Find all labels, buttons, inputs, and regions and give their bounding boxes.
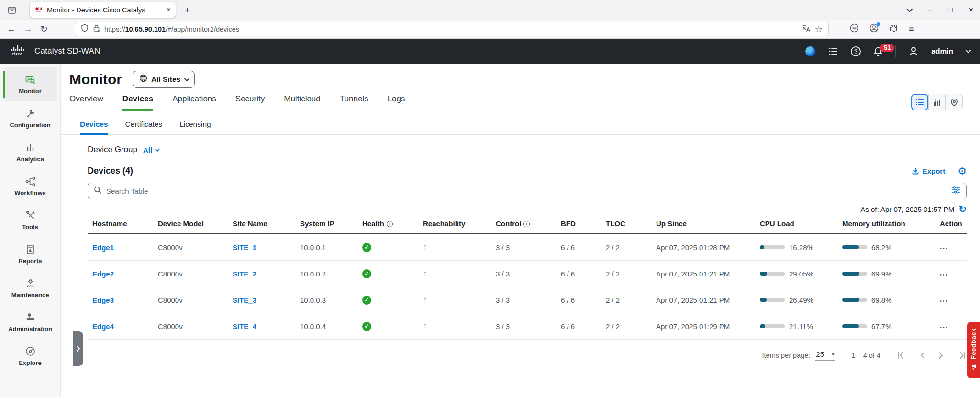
bookmark-star-icon[interactable]: ☆ [815, 24, 823, 34]
sidebar-item-label: Maintenance [11, 291, 49, 298]
hostname-link[interactable]: Edge1 [92, 243, 114, 252]
sidebar-item-configuration[interactable]: Configuration [3, 101, 57, 135]
sidebar-item-reports[interactable]: Reports [3, 237, 57, 271]
hostname-link[interactable]: Edge2 [92, 270, 114, 278]
task-list-icon[interactable] [828, 46, 838, 56]
new-tab-icon[interactable]: + [184, 4, 190, 16]
pagination-range: 1 – 4 of 4 [852, 352, 880, 359]
sidebar-item-tools[interactable]: Tools [3, 203, 57, 237]
account-icon[interactable] [869, 23, 879, 34]
sidebar-item-workflows[interactable]: Workflows [3, 169, 57, 203]
as-of-timestamp: As of: Apr 07, 2025 01:57 PM [860, 205, 954, 213]
sidebar-item-maintenance[interactable]: Maintenance [3, 271, 57, 305]
health-info-icon[interactable]: i [387, 221, 393, 227]
browser-tab[interactable]: cisco Monitor - Devices Cisco Catalys × [30, 2, 176, 18]
site-link[interactable]: SITE_2 [233, 270, 256, 278]
window-maximize-icon[interactable]: □ [948, 6, 953, 14]
tab-overview[interactable]: Overview [69, 94, 103, 111]
tab-multicloud[interactable]: Multicloud [284, 94, 321, 111]
row-actions-icon[interactable]: ••• [940, 324, 948, 330]
col-site-name[interactable]: Site Name [228, 220, 295, 228]
subtab-devices[interactable]: Devices [80, 115, 108, 135]
col-tloc[interactable]: TLOC [601, 220, 651, 228]
site-link[interactable]: SITE_3 [233, 296, 256, 304]
map-view-button[interactable] [946, 94, 963, 110]
refresh-icon[interactable]: ↻ [958, 204, 967, 214]
pocket-icon[interactable] [850, 23, 859, 34]
hostname-link[interactable]: Edge4 [92, 322, 114, 331]
chart-view-button[interactable] [928, 94, 946, 110]
window-close-icon[interactable]: × [969, 6, 973, 14]
help-icon[interactable]: ? [851, 46, 861, 56]
first-page-icon[interactable] [897, 351, 906, 360]
user-avatar-icon[interactable] [908, 46, 919, 56]
reachability-up-icon: ↑ [423, 321, 427, 331]
user-menu-chevron-icon[interactable] [966, 48, 971, 53]
col-health[interactable]: Healthi [357, 220, 418, 228]
notifications-bell-icon[interactable]: 51 [873, 46, 883, 56]
hamburger-menu-icon[interactable]: ≡ [909, 23, 914, 34]
window-minimize-icon[interactable]: − [927, 6, 932, 14]
monitor-tabs: Overview Devices Applications Security M… [61, 94, 980, 111]
bar-chart-icon [25, 142, 36, 153]
list-view-button[interactable] [911, 94, 928, 110]
last-page-icon[interactable] [958, 351, 967, 360]
col-bfd[interactable]: BFD [556, 220, 601, 228]
site-link[interactable]: SITE_1 [233, 243, 256, 252]
pagination: Items per page: 25 ▾ 1 – 4 of 4 [88, 350, 967, 361]
webex-globe-icon[interactable] [805, 46, 815, 56]
tab-security[interactable]: Security [235, 94, 265, 111]
prev-page-icon[interactable] [919, 351, 925, 360]
reachability-up-icon: ↑ [423, 295, 427, 304]
subtab-certificates[interactable]: Certificates [125, 115, 163, 135]
control-info-icon[interactable]: i [523, 221, 530, 227]
col-control[interactable]: Controli [491, 220, 556, 228]
extensions-puzzle-icon[interactable] [889, 23, 898, 34]
tab-applications[interactable]: Applications [172, 94, 216, 111]
search-filter-icon[interactable] [951, 186, 960, 196]
next-page-icon[interactable] [938, 351, 944, 360]
col-hostname[interactable]: Hostname [88, 220, 153, 228]
translate-icon[interactable] [802, 24, 811, 34]
row-actions-icon[interactable]: ••• [940, 245, 948, 251]
list-tabs-chevron-icon[interactable] [906, 6, 913, 12]
memory-bar [842, 272, 859, 276]
sidebar-item-analytics[interactable]: Analytics [3, 135, 57, 169]
row-actions-icon[interactable]: ••• [940, 298, 948, 304]
search-input[interactable] [106, 187, 947, 195]
subtab-licensing[interactable]: Licensing [179, 115, 211, 135]
col-memory-utilization[interactable]: Memory utilization [837, 220, 935, 228]
tab-logs[interactable]: Logs [388, 94, 405, 111]
hostname-link[interactable]: Edge3 [92, 296, 114, 304]
items-per-page-select[interactable]: 25 ▾ [815, 350, 835, 361]
sidebar-item-administration[interactable]: Administration [3, 305, 57, 339]
reload-icon[interactable]: ↻ [40, 23, 48, 34]
col-system-ip[interactable]: System IP [295, 220, 357, 228]
sidebar-item-explore[interactable]: Explore [3, 339, 57, 373]
tab-devices[interactable]: Devices [122, 94, 153, 111]
shield-icon[interactable] [81, 24, 89, 34]
filters-panel-expand-handle[interactable] [73, 331, 83, 366]
export-button[interactable]: Export [912, 167, 946, 175]
sidebar-item-monitor[interactable]: Monitor [3, 67, 57, 101]
library-icon[interactable] [7, 5, 17, 15]
back-icon[interactable]: ← [7, 24, 16, 34]
forward-icon[interactable]: → [23, 24, 33, 34]
url-bar[interactable]: https://10.65.90.101/#/app/monitor2/devi… [75, 22, 829, 36]
col-cpu-load[interactable]: CPU Load [755, 220, 837, 228]
col-reachability[interactable]: Reachability [418, 220, 491, 228]
tab-close-icon[interactable]: × [167, 6, 171, 14]
all-sites-button[interactable]: All Sites [133, 71, 195, 88]
feedback-tab[interactable]: Feedback [967, 322, 980, 378]
lock-icon[interactable] [93, 24, 100, 34]
all-sites-chevron-icon [184, 76, 189, 81]
col-device-model[interactable]: Device Model [153, 220, 228, 228]
table-settings-gear-icon[interactable]: ⚙ [958, 166, 967, 176]
devices-section: Device Group All Devices (4) Export ⚙ [61, 145, 980, 361]
tab-tunnels[interactable]: Tunnels [340, 94, 368, 111]
device-group-select[interactable]: All [143, 146, 158, 154]
site-link[interactable]: SITE_4 [233, 322, 256, 331]
row-actions-icon[interactable]: ••• [940, 272, 948, 277]
cpu-load-value: 26.49% [789, 296, 813, 304]
col-up-since[interactable]: Up Since [651, 220, 755, 228]
